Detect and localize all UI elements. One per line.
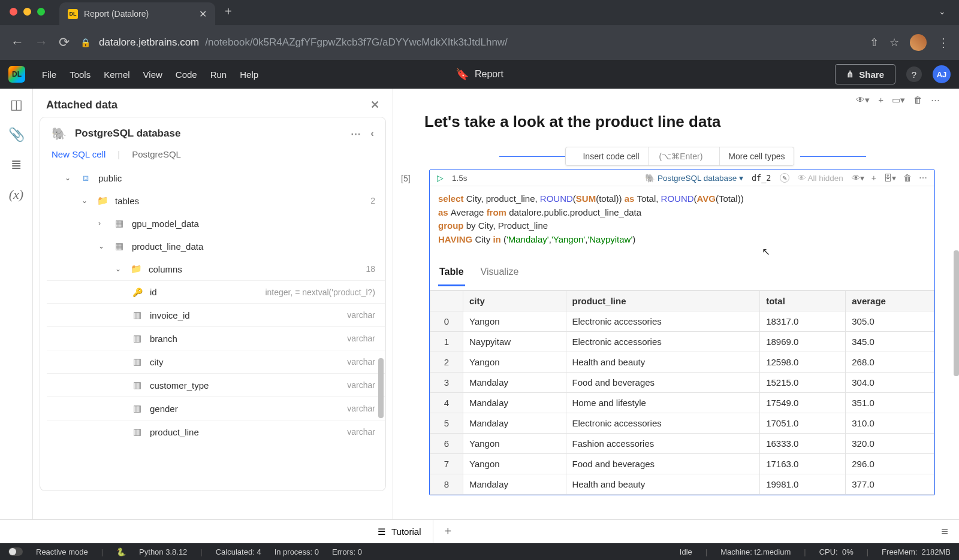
chevron-right-icon[interactable]: › xyxy=(98,219,107,228)
menu-tools[interactable]: Tools xyxy=(70,69,91,80)
run-cell-button[interactable]: ▷ xyxy=(437,173,444,183)
output-table[interactable]: city product_line total average 0YangonE… xyxy=(430,290,934,495)
column-node[interactable]: ▥gendervarchar xyxy=(47,396,385,420)
table-row[interactable]: 2YangonHealth and beauty12598.0268.0 xyxy=(430,352,934,373)
chevron-down-icon[interactable]: ⌄ xyxy=(98,242,107,250)
notebook-scrollbar[interactable] xyxy=(954,250,959,376)
browser-tab[interactable]: DL Report (Datalore) ✕ xyxy=(59,2,215,25)
menu-file[interactable]: File xyxy=(42,69,56,80)
column-node[interactable]: ▥cityvarchar xyxy=(47,350,385,373)
user-avatar[interactable]: AJ xyxy=(933,65,951,83)
chevron-down-icon[interactable]: ⌄ xyxy=(82,196,90,205)
menu-run[interactable]: Run xyxy=(210,69,227,80)
reload-button[interactable]: ⟳ xyxy=(59,35,70,50)
rail-database-icon[interactable]: ◫ xyxy=(7,97,25,113)
notebook-title[interactable]: 🔖 Report xyxy=(456,68,503,81)
sheet-menu-icon[interactable]: ≡ xyxy=(941,525,959,538)
schema-tree[interactable]: ⌄ ⧈ public ⌄ 📁 tables 2 › ▦ gpu_model_da… xyxy=(41,167,385,490)
schema-node[interactable]: ⌄ ⧈ public xyxy=(47,167,385,189)
add-cell-icon[interactable]: + xyxy=(878,95,883,105)
datalore-logo-icon[interactable]: DL xyxy=(8,66,25,83)
add-cell-icon[interactable]: + xyxy=(871,173,876,183)
back-button[interactable]: ← xyxy=(11,35,24,50)
table-row[interactable]: 8MandalayHealth and beauty19981.0377.0 xyxy=(430,474,934,495)
chevron-down-icon[interactable]: ⌄ xyxy=(65,174,73,182)
visibility-icon[interactable]: 👁▾ xyxy=(856,95,870,105)
machine-label[interactable]: Machine: t2.medium xyxy=(720,547,791,556)
column-node[interactable]: 🔑idinteger, = nextval('product_l?) xyxy=(47,280,385,303)
connection-selector[interactable]: 🐘 PostgreSQL database ▾ xyxy=(645,173,743,183)
more-icon[interactable]: ⋯ xyxy=(919,173,927,183)
visibility-icon[interactable]: 👁▾ xyxy=(852,173,864,183)
card-collapse-icon[interactable]: ‹ xyxy=(370,128,374,140)
column-node[interactable]: ▥customer_typevarchar xyxy=(47,373,385,396)
tab-table[interactable]: Table xyxy=(438,263,465,286)
edit-df-icon[interactable]: ✎ xyxy=(780,173,789,183)
share-url-icon[interactable]: ⇧ xyxy=(870,36,879,49)
rail-attachments-icon[interactable]: 📎 xyxy=(7,127,25,143)
db-icon[interactable]: 🗄▾ xyxy=(883,173,896,183)
window-controls[interactable] xyxy=(10,8,45,16)
table-row[interactable]: 5MandalayElectronic accessories17051.031… xyxy=(430,413,934,434)
table-row[interactable]: 1NaypyitawElectronic accessories18969.03… xyxy=(430,332,934,352)
reactive-toggle[interactable] xyxy=(8,547,23,556)
python-version[interactable]: Python 3.8.12 xyxy=(139,547,187,556)
delete-icon[interactable]: 🗑 xyxy=(913,95,922,105)
close-window-icon[interactable] xyxy=(10,8,17,16)
tabs-dropdown-icon[interactable]: ⌄ xyxy=(939,7,946,16)
tables-node[interactable]: ⌄ 📁 tables 2 xyxy=(47,189,385,212)
table-node[interactable]: ⌄ ▦ product_line_data xyxy=(47,235,385,258)
menu-code[interactable]: Code xyxy=(176,69,197,80)
table-row[interactable]: 4MandalayHome and lifestyle17549.0351.0 xyxy=(430,393,934,413)
share-button[interactable]: ⋔ Share xyxy=(835,64,895,84)
col-header[interactable]: city xyxy=(463,291,566,311)
add-sheet-button[interactable]: + xyxy=(433,525,462,538)
column-node[interactable]: ▥invoice_idvarchar xyxy=(47,303,385,326)
dataframe-name[interactable]: df_2 xyxy=(752,173,771,183)
menu-kernel[interactable]: Kernel xyxy=(104,69,129,80)
close-tab-icon[interactable]: ✕ xyxy=(199,8,207,20)
maximize-window-icon[interactable] xyxy=(37,8,45,16)
layout-icon[interactable]: ▭▾ xyxy=(892,95,905,105)
rail-outline-icon[interactable]: ≣ xyxy=(7,157,25,172)
menu-help[interactable]: Help xyxy=(240,69,258,80)
delete-icon[interactable]: 🗑 xyxy=(903,173,912,183)
folder-icon: 📁 xyxy=(97,195,108,206)
insert-code-cell-button[interactable]: Insert code cell (⌥⌘Enter) xyxy=(566,147,720,165)
table-row[interactable]: 6YangonFashion accessories16333.0320.0 xyxy=(430,434,934,454)
browser-menu-icon[interactable]: ⋮ xyxy=(937,35,948,50)
more-icon[interactable]: ⋯ xyxy=(931,95,940,105)
column-node[interactable]: ▥branchvarchar xyxy=(47,326,385,350)
new-sql-cell-link[interactable]: New SQL cell xyxy=(52,149,105,159)
all-hidden-toggle[interactable]: 👁 All hidden xyxy=(798,174,843,183)
sql-code[interactable]: select City, product_line, ROUND(SUM(tot… xyxy=(430,186,934,256)
rail-variables-icon[interactable]: (x) xyxy=(7,187,25,202)
bookmark-icon[interactable]: ☆ xyxy=(889,36,899,49)
col-header[interactable]: product_line xyxy=(566,291,760,311)
lock-icon: 🔒 xyxy=(80,38,91,47)
col-header[interactable]: average xyxy=(846,291,934,311)
table-node[interactable]: › ▦ gpu_model_data xyxy=(47,212,385,235)
sheet-tab[interactable]: ☰ Tutorial xyxy=(366,520,433,543)
columns-node[interactable]: ⌄ 📁 columns 18 xyxy=(47,258,385,280)
table-name: product_line_data xyxy=(132,241,203,252)
more-cell-types-button[interactable]: More cell types xyxy=(720,147,793,165)
chevron-down-icon[interactable]: ⌄ xyxy=(115,265,123,273)
tree-scrollbar[interactable] xyxy=(378,358,384,418)
markdown-heading[interactable]: Let's take a look at the product line da… xyxy=(424,113,935,131)
card-more-icon[interactable]: ⋯ xyxy=(351,128,361,140)
col-header[interactable]: total xyxy=(760,291,846,311)
table-row[interactable]: 3MandalayFood and beverages15215.0304.0 xyxy=(430,373,934,393)
table-row[interactable]: 7YangonFood and beverages17163.0296.0 xyxy=(430,454,934,474)
sql-cell[interactable]: [5] ▷ 1.5s 🐘 PostgreSQL database ▾ df_2 … xyxy=(429,169,935,495)
close-panel-icon[interactable]: ✕ xyxy=(370,98,379,111)
url-field[interactable]: 🔒 datalore.jetbrains.com/notebook/0k5R4A… xyxy=(80,37,859,49)
tab-visualize[interactable]: Visualize xyxy=(480,263,520,286)
minimize-window-icon[interactable] xyxy=(23,8,31,16)
table-row[interactable]: 0YangonElectronic accessories18317.0305.… xyxy=(430,311,934,332)
new-tab-button[interactable]: + xyxy=(225,5,232,19)
profile-avatar-icon[interactable] xyxy=(910,34,927,51)
help-button[interactable]: ? xyxy=(906,66,922,82)
column-node[interactable]: ▥product_linevarchar xyxy=(47,420,385,443)
menu-view[interactable]: View xyxy=(143,69,162,80)
